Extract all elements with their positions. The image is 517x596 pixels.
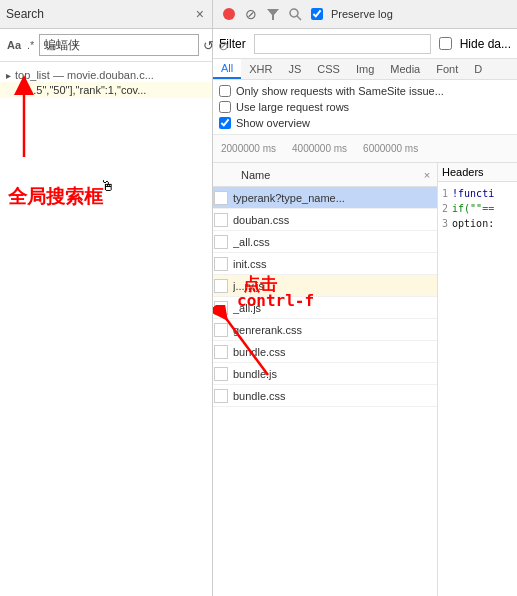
row-name-3: init.css — [233, 258, 437, 270]
search-input[interactable] — [39, 34, 199, 56]
result-file-name: top_list — movie.douban.c... — [15, 69, 154, 81]
show-overview-checkbox[interactable] — [219, 117, 231, 129]
preserve-log-checkbox[interactable] — [311, 8, 323, 20]
option-large-rows: Use large request rows — [219, 99, 511, 115]
result-match-item[interactable]: 1 ...5","50"],"rank":1,"cov... — [0, 82, 212, 98]
svg-line-2 — [297, 16, 301, 20]
checkbox-preserve-icon[interactable] — [309, 6, 325, 22]
network-row-5[interactable]: _all.js — [213, 297, 437, 319]
search-input-row: Aa .* ↺ ⊘ — [0, 29, 212, 62]
row-name-0: typerank?type_name... — [233, 192, 437, 204]
expand-arrow-icon: ▸ — [6, 70, 11, 81]
file-icon-8 — [214, 367, 228, 381]
large-rows-checkbox[interactable] — [219, 101, 231, 113]
cancel-search-button[interactable]: ⊘ — [218, 38, 229, 53]
line-num-2: 2 — [442, 203, 448, 214]
show-overview-label: Show overview — [236, 117, 310, 129]
timeline-6m: 6000000 ms — [355, 143, 426, 154]
network-list-header: Name × — [213, 163, 437, 187]
row-checkbox-7 — [213, 345, 233, 359]
row-checkbox-9 — [213, 389, 233, 403]
network-row-7[interactable]: bundle.css — [213, 341, 437, 363]
samesite-checkbox[interactable] — [219, 85, 231, 97]
tab-all[interactable]: All — [213, 59, 241, 79]
record-icon[interactable] — [221, 6, 237, 22]
row-checkbox-6 — [213, 323, 233, 337]
search-results: ▸ top_list — movie.douban.c... 1 ...5","… — [0, 62, 212, 596]
file-icon-9 — [214, 389, 228, 403]
timeline-2m: 2000000 ms — [213, 143, 284, 154]
file-icon-7 — [214, 345, 228, 359]
record-dot — [223, 8, 235, 20]
svg-marker-0 — [267, 9, 279, 20]
filter-bar: Filter Hide da... — [213, 29, 517, 59]
svg-point-1 — [290, 9, 298, 17]
row-checkbox-4 — [213, 279, 233, 293]
name-column-header: Name — [233, 169, 417, 181]
network-row-8[interactable]: bundle.js — [213, 363, 437, 385]
close-col-header: × — [417, 169, 437, 181]
line-num-1: 1 — [442, 188, 448, 199]
resp-str-2: if(""== — [452, 203, 494, 214]
search-close-button[interactable]: × — [194, 6, 206, 22]
tab-js[interactable]: JS — [280, 59, 309, 79]
tab-xhr[interactable]: XHR — [241, 59, 280, 79]
case-sensitive-button[interactable]: Aa — [6, 39, 22, 51]
row-name-9: bundle.css — [233, 390, 437, 402]
search-network-icon[interactable] — [287, 6, 303, 22]
option-samesite: Only show requests with SameSite issue..… — [219, 83, 511, 99]
filter-icon[interactable] — [265, 6, 281, 22]
result-group: ▸ top_list — movie.douban.c... 1 ...5","… — [0, 66, 212, 100]
samesite-label: Only show requests with SameSite issue..… — [236, 85, 444, 97]
clear-button[interactable]: ⊘ — [243, 6, 259, 22]
response-line-2: 2if(""== — [442, 201, 513, 216]
main-content: Aa .* ↺ ⊘ ▸ top_list — movie.douban.c...… — [0, 29, 517, 596]
type-tabs: All XHR JS CSS Img Media Font D — [213, 59, 517, 80]
line-num-3: 3 — [442, 218, 448, 229]
response-line-3: 3option: — [442, 216, 513, 231]
file-icon-0 — [214, 191, 228, 205]
network-row-9[interactable]: bundle.css — [213, 385, 437, 407]
network-row-3[interactable]: init.css — [213, 253, 437, 275]
row-name-7: bundle.css — [233, 346, 437, 358]
row-name-5: _all.js — [233, 302, 437, 314]
tab-media[interactable]: Media — [382, 59, 428, 79]
timeline-4m: 4000000 ms — [284, 143, 355, 154]
network-row-6[interactable]: genrerank.css — [213, 319, 437, 341]
network-row-2[interactable]: _all.css — [213, 231, 437, 253]
row-checkbox-3 — [213, 257, 233, 271]
row-checkbox-1 — [213, 213, 233, 227]
timeline-bar: 2000000 ms 4000000 ms 6000000 ms — [213, 135, 517, 163]
refresh-search-button[interactable]: ↺ — [203, 38, 214, 53]
tab-font[interactable]: Font — [428, 59, 466, 79]
file-icon-5 — [214, 301, 228, 315]
network-row-1[interactable]: douban.css — [213, 209, 437, 231]
row-name-8: bundle.js — [233, 368, 437, 380]
search-panel-header: Search × — [0, 0, 213, 28]
network-row-0[interactable]: typerank?type_name... — [213, 187, 437, 209]
row-checkbox-5 — [213, 301, 233, 315]
large-rows-label: Use large request rows — [236, 101, 349, 113]
row-name-6: genrerank.css — [233, 324, 437, 336]
row-checkbox-0 — [213, 191, 233, 205]
network-toolbar: ⊘ Preserve log — [213, 0, 517, 28]
hide-data-label: Hide da... — [460, 37, 511, 51]
tab-img[interactable]: Img — [348, 59, 382, 79]
result-file-item[interactable]: ▸ top_list — movie.douban.c... — [0, 68, 212, 82]
search-panel: Aa .* ↺ ⊘ ▸ top_list — movie.douban.c...… — [0, 29, 213, 596]
search-panel-title: Search — [6, 7, 190, 21]
row-name-1: douban.css — [233, 214, 437, 226]
network-row-4[interactable]: j...ry.js 点击 contrl-f — [213, 275, 437, 297]
resp-text-3: option: — [452, 218, 494, 229]
network-rows: typerank?type_name... douban.css _all.cs… — [213, 187, 437, 596]
regex-button[interactable]: .* — [26, 39, 35, 51]
resp-kw-1: !functi — [452, 188, 494, 199]
file-icon-3 — [214, 257, 228, 271]
response-line-1: 1!functi — [442, 186, 513, 201]
response-content: 1!functi 2if(""== 3option: — [438, 182, 517, 235]
filter-input[interactable] — [254, 34, 431, 54]
network-panel: Filter Hide da... All XHR JS CSS Img Med… — [213, 29, 517, 596]
hide-data-checkbox[interactable] — [439, 37, 452, 50]
tab-d[interactable]: D — [466, 59, 490, 79]
tab-css[interactable]: CSS — [309, 59, 348, 79]
